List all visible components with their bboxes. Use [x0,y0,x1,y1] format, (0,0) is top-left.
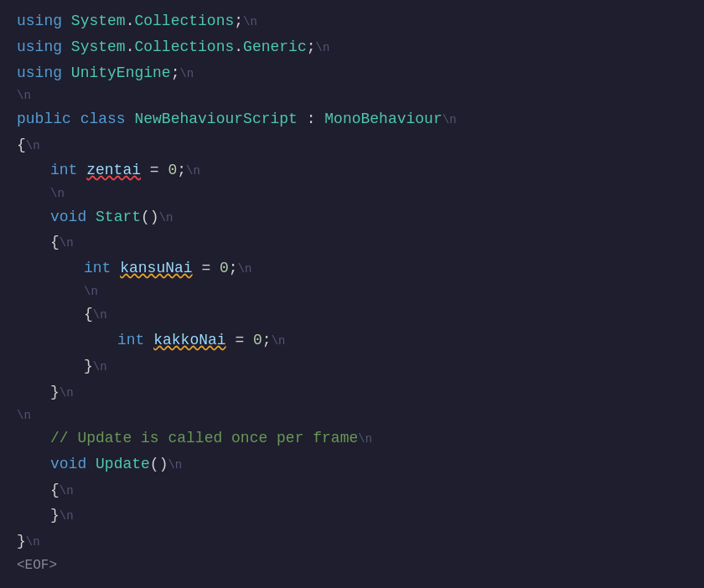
token: { [84,302,93,327]
token: () [141,205,159,230]
token: } [17,529,26,554]
token: void [50,205,86,230]
code-line: int kakkoNai = 0;\n [0,328,704,353]
newline-marker: \n [60,482,74,500]
newline-marker: \n [60,234,74,252]
token: using [17,9,62,34]
token: int [84,256,111,281]
token: using [17,35,62,59]
token: 0 [253,328,262,353]
token [71,107,80,132]
code-line: }\n [0,379,704,405]
newline-marker: \n [238,260,252,278]
code-line: }\n [0,529,704,554]
token [126,107,135,132]
token: Generic [243,35,307,59]
token: } [50,503,60,528]
token: UnityEngine [71,61,171,85]
token: kakkoNai [153,328,225,353]
newline-marker: \n [272,332,286,350]
code-editor: using System.Collections;\nusing System.… [0,0,704,588]
token: { [50,230,60,255]
code-line: <EOF> [0,554,704,578]
token: . [126,9,135,34]
newline-marker: \n [50,184,65,203]
code-line: \n [0,183,704,204]
token: ; [171,61,180,85]
token: () [150,452,168,477]
token: // Update is called once per frame [50,426,358,451]
token: Start [96,205,141,230]
token: . [234,35,243,59]
newline-marker: \n [358,430,372,448]
code-line: {\n [0,477,704,503]
newline-marker: \n [93,306,107,324]
token: = [193,256,220,281]
token [62,61,71,85]
code-line: void Update()\n [0,451,704,477]
newline-marker: \n [17,86,31,105]
code-line: {\n [0,230,704,255]
newline-marker: \n [243,13,257,31]
token: : [298,107,324,132]
token: int [117,328,144,353]
code-line: int zentai = 0;\n [0,157,704,183]
newline-marker: \n [26,137,40,155]
token: { [17,133,26,157]
token: MonoBehaviour [324,107,442,132]
token [62,9,71,34]
code-line: }\n [0,503,704,529]
newline-marker: \n [179,64,194,83]
newline-marker: \n [316,39,330,57]
token [77,158,86,183]
token: ; [177,158,186,183]
code-line: public class NewBehaviourScript : MonoBe… [0,106,704,132]
token: = [226,328,253,353]
code-line: using UnityEngine;\n [0,60,704,86]
token: System [71,9,126,34]
token: } [50,380,60,405]
token: <EOF> [17,555,57,577]
code-line: {\n [0,302,704,328]
code-line: \n [0,281,704,302]
token: { [50,478,60,503]
token: ; [307,35,316,59]
token: ; [229,256,238,281]
newline-marker: \n [443,111,457,129]
token: public [17,107,71,132]
newline-marker: \n [60,384,74,402]
code-line: void Start()\n [0,204,704,230]
code-line: // Update is called once per frame\n [0,426,704,451]
token: kansuNai [120,256,192,281]
newline-marker: \n [26,533,40,551]
token: void [50,452,86,477]
newline-marker: \n [60,507,74,525]
code-line: \n [0,405,704,426]
token [111,256,120,281]
token: . [126,35,135,59]
token: System [71,35,126,59]
token: } [84,354,93,379]
newline-marker: \n [17,406,31,425]
token: using [17,61,62,85]
token: Update [96,452,150,477]
newline-marker: \n [93,358,107,376]
token: class [80,107,126,132]
code-line: {\n [0,132,704,158]
token: NewBehaviourScript [134,107,297,132]
token: 0 [220,256,229,281]
token [86,205,96,230]
token: int [50,158,77,183]
token: = [141,158,168,183]
token [86,452,96,477]
code-line: int kansuNai = 0;\n [0,255,704,281]
code-line: }\n [0,353,704,379]
newline-marker: \n [159,209,173,227]
token [62,35,71,59]
token: Collections [134,9,234,34]
token: 0 [168,158,177,183]
code-line: using System.Collections.Generic;\n [0,34,704,60]
token: ; [262,328,272,353]
token: zentai [86,158,141,183]
newline-marker: \n [168,456,182,474]
